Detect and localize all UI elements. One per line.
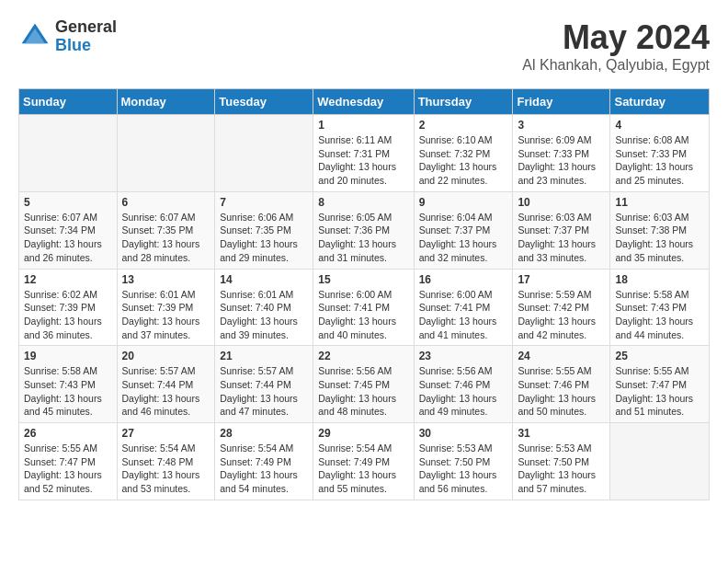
- day-info: Sunrise: 5:56 AMSunset: 7:45 PMDaylight:…: [318, 364, 408, 419]
- day-info: Sunrise: 5:57 AMSunset: 7:44 PMDaylight:…: [122, 364, 210, 419]
- daylight-text: Daylight: 13 hours and 39 minutes.: [220, 316, 298, 340]
- day-info: Sunrise: 6:00 AMSunset: 7:41 PMDaylight:…: [318, 288, 408, 342]
- sunrise-text: Sunrise: 5:58 AM: [24, 365, 97, 376]
- sunset-text: Sunset: 7:33 PM: [615, 148, 687, 159]
- calendar-day-cell: 24Sunrise: 5:55 AMSunset: 7:46 PMDayligh…: [513, 346, 610, 423]
- daylight-text: Daylight: 13 hours and 32 minutes.: [419, 238, 497, 263]
- calendar-day-cell: 10Sunrise: 6:03 AMSunset: 7:37 PMDayligh…: [513, 191, 610, 269]
- sunset-text: Sunset: 7:49 PM: [318, 456, 390, 467]
- day-info: Sunrise: 6:08 AMSunset: 7:33 PMDaylight:…: [615, 133, 704, 188]
- daylight-text: Daylight: 13 hours and 51 minutes.: [615, 393, 693, 418]
- sunset-text: Sunset: 7:32 PM: [419, 148, 491, 159]
- weekday-header: Saturday: [610, 89, 710, 115]
- calendar-day-cell: [215, 115, 313, 192]
- day-info: Sunrise: 5:58 AMSunset: 7:43 PMDaylight:…: [24, 364, 112, 419]
- calendar-day-cell: 3Sunrise: 6:09 AMSunset: 7:33 PMDaylight…: [513, 115, 610, 192]
- daylight-text: Daylight: 13 hours and 33 minutes.: [518, 238, 596, 263]
- day-info: Sunrise: 5:53 AMSunset: 7:50 PMDaylight:…: [419, 442, 508, 496]
- calendar-day-cell: 8Sunrise: 6:05 AMSunset: 7:36 PMDaylight…: [313, 191, 414, 269]
- day-number: 1: [318, 119, 408, 132]
- sunset-text: Sunset: 7:46 PM: [518, 379, 589, 390]
- title-block: May 2024 Al Khankah, Qalyubia, Egypt: [522, 18, 710, 74]
- weekday-header: Wednesday: [313, 89, 414, 115]
- daylight-text: Daylight: 13 hours and 23 minutes.: [518, 161, 596, 186]
- sunrise-text: Sunrise: 6:07 AM: [122, 212, 196, 223]
- sunrise-text: Sunrise: 6:02 AM: [24, 289, 97, 300]
- sunrise-text: Sunrise: 5:58 AM: [615, 289, 688, 300]
- sunrise-text: Sunrise: 6:09 AM: [518, 134, 591, 145]
- sunset-text: Sunset: 7:34 PM: [24, 224, 96, 236]
- day-number: 21: [220, 350, 308, 362]
- calendar-day-cell: 14Sunrise: 6:01 AMSunset: 7:40 PMDayligh…: [215, 269, 313, 346]
- sunrise-text: Sunrise: 5:59 AM: [518, 289, 591, 300]
- daylight-text: Daylight: 13 hours and 42 minutes.: [518, 316, 596, 340]
- day-number: 18: [615, 273, 704, 286]
- daylight-text: Daylight: 13 hours and 49 minutes.: [419, 393, 497, 418]
- calendar-day-cell: 31Sunrise: 5:53 AMSunset: 7:50 PMDayligh…: [513, 423, 610, 500]
- sunset-text: Sunset: 7:47 PM: [615, 379, 687, 390]
- day-number: 9: [419, 196, 508, 209]
- day-info: Sunrise: 6:06 AMSunset: 7:35 PMDaylight:…: [220, 211, 308, 265]
- weekday-header: Monday: [117, 89, 215, 115]
- sunset-text: Sunset: 7:41 PM: [318, 302, 390, 313]
- daylight-text: Daylight: 13 hours and 31 minutes.: [318, 238, 396, 263]
- daylight-text: Daylight: 13 hours and 45 minutes.: [24, 393, 102, 418]
- day-number: 6: [122, 196, 210, 209]
- day-number: 13: [122, 273, 210, 286]
- calendar-day-cell: [610, 423, 710, 500]
- daylight-text: Daylight: 13 hours and 20 minutes.: [318, 161, 396, 186]
- sunrise-text: Sunrise: 5:57 AM: [220, 365, 293, 376]
- day-number: 24: [518, 350, 605, 362]
- daylight-text: Daylight: 13 hours and 22 minutes.: [419, 161, 497, 186]
- calendar-week-row: 12Sunrise: 6:02 AMSunset: 7:39 PMDayligh…: [19, 269, 710, 346]
- day-number: 22: [318, 350, 408, 362]
- day-info: Sunrise: 6:00 AMSunset: 7:41 PMDaylight:…: [419, 288, 508, 342]
- sunset-text: Sunset: 7:33 PM: [518, 148, 589, 159]
- daylight-text: Daylight: 13 hours and 28 minutes.: [122, 238, 200, 263]
- logo-icon: [18, 20, 51, 53]
- day-number: 16: [419, 273, 508, 286]
- sunrise-text: Sunrise: 6:00 AM: [318, 289, 392, 300]
- day-info: Sunrise: 5:57 AMSunset: 7:44 PMDaylight:…: [220, 364, 308, 419]
- sunrise-text: Sunrise: 5:55 AM: [518, 365, 591, 376]
- calendar-day-cell: 18Sunrise: 5:58 AMSunset: 7:43 PMDayligh…: [610, 269, 710, 346]
- calendar-day-cell: 21Sunrise: 5:57 AMSunset: 7:44 PMDayligh…: [215, 346, 313, 423]
- daylight-text: Daylight: 13 hours and 44 minutes.: [615, 316, 693, 340]
- sunset-text: Sunset: 7:35 PM: [122, 224, 194, 236]
- calendar-day-cell: 20Sunrise: 5:57 AMSunset: 7:44 PMDayligh…: [117, 346, 215, 423]
- sunrise-text: Sunrise: 6:01 AM: [220, 289, 293, 300]
- day-info: Sunrise: 5:54 AMSunset: 7:49 PMDaylight:…: [318, 442, 408, 496]
- calendar-day-cell: 12Sunrise: 6:02 AMSunset: 7:39 PMDayligh…: [19, 269, 118, 346]
- day-number: 7: [220, 196, 308, 209]
- daylight-text: Daylight: 13 hours and 50 minutes.: [518, 393, 596, 418]
- logo: General Blue: [18, 18, 117, 55]
- sunset-text: Sunset: 7:37 PM: [419, 224, 491, 236]
- sunset-text: Sunset: 7:50 PM: [518, 456, 589, 467]
- sunset-text: Sunset: 7:41 PM: [419, 302, 491, 313]
- day-number: 31: [518, 427, 605, 440]
- day-info: Sunrise: 5:55 AMSunset: 7:46 PMDaylight:…: [518, 364, 605, 419]
- daylight-text: Daylight: 13 hours and 57 minutes.: [518, 469, 596, 494]
- sunrise-text: Sunrise: 6:03 AM: [615, 212, 688, 223]
- day-number: 10: [518, 196, 605, 209]
- day-info: Sunrise: 5:53 AMSunset: 7:50 PMDaylight:…: [518, 442, 605, 496]
- day-number: 11: [615, 196, 704, 209]
- sunset-text: Sunset: 7:42 PM: [518, 302, 589, 313]
- sunrise-text: Sunrise: 5:57 AM: [122, 365, 196, 376]
- daylight-text: Daylight: 13 hours and 52 minutes.: [24, 469, 102, 494]
- sunset-text: Sunset: 7:43 PM: [615, 302, 687, 313]
- calendar-day-cell: [19, 115, 118, 192]
- day-number: 5: [24, 196, 112, 209]
- day-info: Sunrise: 6:03 AMSunset: 7:38 PMDaylight:…: [615, 211, 704, 265]
- day-info: Sunrise: 5:58 AMSunset: 7:43 PMDaylight:…: [615, 288, 704, 342]
- calendar-day-cell: 29Sunrise: 5:54 AMSunset: 7:49 PMDayligh…: [313, 423, 414, 500]
- daylight-text: Daylight: 13 hours and 41 minutes.: [419, 316, 497, 340]
- sunrise-text: Sunrise: 6:07 AM: [24, 212, 97, 223]
- day-number: 27: [122, 427, 210, 440]
- day-number: 4: [615, 119, 704, 132]
- calendar-day-cell: 11Sunrise: 6:03 AMSunset: 7:38 PMDayligh…: [610, 191, 710, 269]
- day-info: Sunrise: 5:54 AMSunset: 7:48 PMDaylight:…: [122, 442, 210, 496]
- day-number: 3: [518, 119, 605, 132]
- calendar-day-cell: 28Sunrise: 5:54 AMSunset: 7:49 PMDayligh…: [215, 423, 313, 500]
- sunrise-text: Sunrise: 6:06 AM: [220, 212, 293, 223]
